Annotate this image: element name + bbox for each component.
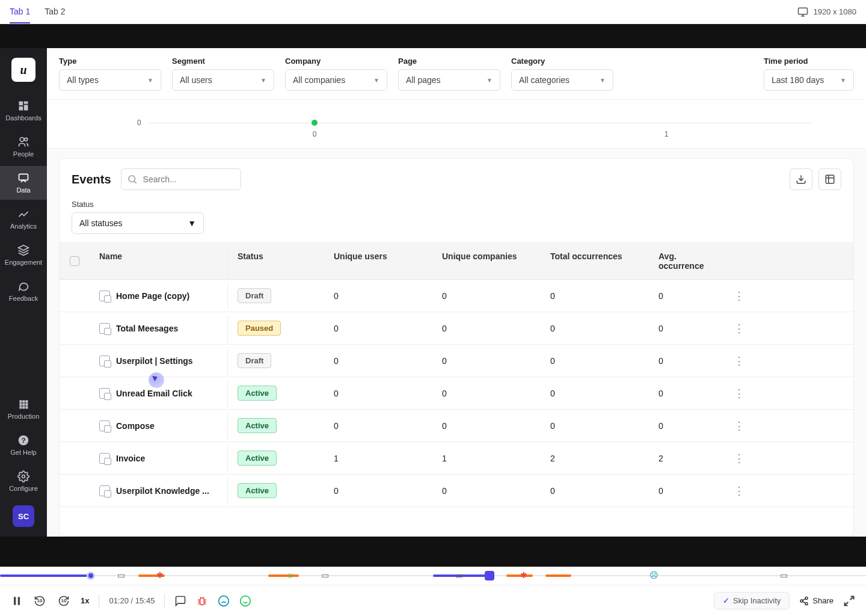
table-row[interactable]: Userpilot Knowledge ... Active 0 0 0 0 ⋮ [60, 475, 853, 507]
unique-companies-cell: 0 [432, 380, 541, 407]
happy-button[interactable] [239, 595, 251, 607]
col-total-occurrences[interactable]: Total occurrences [541, 243, 649, 279]
sidebar-item-engagement[interactable]: Engagement [0, 238, 47, 272]
status-badge: Paused [238, 321, 281, 336]
resolution-indicator: 1920 x 1080 [797, 7, 856, 17]
sidebar-item-data[interactable]: Data [0, 166, 47, 200]
fullscreen-button[interactable] [843, 595, 855, 607]
timeline-note-icon: ▭ [455, 570, 463, 580]
select-all-checkbox[interactable] [70, 256, 79, 266]
event-type-icon [99, 485, 110, 496]
sidebar-item-people[interactable]: People [0, 130, 47, 164]
filter-select-type[interactable]: All types▼ [59, 69, 161, 91]
pause-icon [11, 595, 23, 607]
chart-data-point [312, 120, 318, 126]
events-chart: 0 0 1 [47, 100, 866, 149]
unique-users-cell: 0 [324, 380, 432, 407]
sidebar-item-analytics[interactable]: Analytics [0, 202, 47, 236]
rewind-10-button[interactable]: 10 [32, 594, 47, 608]
row-menu-button[interactable]: ⋮ [734, 387, 745, 399]
session-timeline[interactable]: ▭ ✱ ☺ ▭ ▭ ✱ ☹ ▭ [0, 567, 866, 585]
col-avg-occurrence[interactable]: Avg. occurrence [649, 243, 721, 279]
unique-users-cell: 1 [324, 445, 432, 472]
sidebar-item-production[interactable]: Production [0, 392, 47, 426]
timeline-playhead-icon[interactable] [87, 571, 95, 580]
chevron-down-icon: ▼ [188, 218, 196, 228]
svg-text:?: ? [21, 436, 25, 444]
svg-rect-18 [22, 406, 25, 408]
filter-select-company[interactable]: All companies▼ [285, 69, 387, 91]
filter-select-segment[interactable]: All users▼ [172, 69, 274, 91]
status-badge: Draft [238, 288, 271, 303]
sidebar-item-gethelp[interactable]: ? Get Help [0, 428, 47, 462]
col-status[interactable]: Status [228, 243, 324, 279]
col-name[interactable]: Name [90, 243, 228, 279]
pause-button[interactable] [11, 595, 23, 607]
top-black-bar [0, 24, 866, 48]
unique-companies-cell: 0 [432, 283, 541, 309]
table-row[interactable]: Invoice Active 1 1 2 2 ⋮ [60, 442, 853, 475]
table-row[interactable]: Home Page (copy) Draft 0 0 0 0 ⋮ [60, 280, 853, 312]
row-menu-button[interactable]: ⋮ [734, 452, 745, 464]
columns-button[interactable] [818, 168, 841, 190]
timeline-note-icon: ▭ [117, 570, 125, 580]
player-controls: 10 10 1x 01:20 / 15:45 ✓ Skip Inactivity… [0, 585, 866, 616]
unique-users-cell: 0 [324, 413, 432, 439]
svg-rect-15 [22, 403, 25, 405]
row-menu-button[interactable]: ⋮ [734, 485, 745, 497]
sidebar-item-configure[interactable]: Configure [0, 464, 47, 498]
filter-select-timeperiod[interactable]: Last 180 days▼ [764, 69, 854, 91]
table-row[interactable]: Total Meesages Paused 0 0 0 0 ⋮ [60, 312, 853, 345]
tab-2[interactable]: Tab 2 [45, 1, 65, 23]
user-avatar[interactable]: SC [13, 505, 34, 527]
svg-point-32 [219, 596, 229, 606]
skip-inactivity-toggle[interactable]: ✓ Skip Inactivity [714, 592, 790, 609]
row-menu-button[interactable]: ⋮ [734, 290, 745, 302]
unique-users-cell: 0 [324, 348, 432, 374]
sidebar-item-feedback[interactable]: Feedback [0, 274, 47, 308]
svg-rect-31 [200, 598, 204, 605]
app-logo[interactable]: u [11, 58, 35, 82]
event-name: Unread Email Click [116, 389, 192, 398]
table-header: Name Status Unique users Unique companie… [60, 243, 853, 280]
sidebar-label: Data [16, 186, 30, 194]
chart-x-tick: 0 [313, 130, 317, 138]
filter-select-page[interactable]: All pages▼ [398, 69, 500, 91]
unique-companies-cell: 0 [432, 315, 541, 342]
table-row[interactable]: Userpilot | Settings Draft 0 0 0 0 ⋮ [60, 345, 853, 377]
svg-rect-14 [19, 403, 22, 405]
chevron-down-icon: ▼ [487, 77, 493, 84]
sidebar-item-dashboards[interactable]: Dashboards [0, 94, 47, 128]
filter-label-company: Company [285, 57, 387, 66]
row-menu-button[interactable]: ⋮ [734, 355, 745, 367]
errors-button[interactable] [196, 595, 208, 607]
filter-select-category[interactable]: All categories▼ [511, 69, 613, 91]
forward-10-button[interactable]: 10 [57, 594, 71, 608]
check-icon: ✓ [723, 596, 729, 605]
status-filter-select[interactable]: All statuses▼ [72, 212, 204, 234]
tab-1[interactable]: Tab 1 [10, 1, 30, 23]
row-menu-button[interactable]: ⋮ [734, 322, 745, 334]
timeline-smile-icon: ☺ [286, 570, 294, 580]
total-occurrences-cell: 0 [541, 315, 649, 342]
status-badge: Active [238, 451, 277, 466]
events-search-input[interactable] [121, 168, 241, 190]
chevron-down-icon: ▼ [600, 77, 606, 84]
row-menu-button[interactable]: ⋮ [734, 420, 745, 432]
table-row[interactable]: Compose Active 0 0 0 0 ⋮ [60, 410, 853, 442]
share-button[interactable]: Share [799, 596, 834, 606]
filter-label-page: Page [398, 57, 500, 66]
download-button[interactable] [790, 168, 812, 190]
col-unique-users[interactable]: Unique users [324, 243, 432, 279]
col-unique-companies[interactable]: Unique companies [432, 243, 541, 279]
notes-button[interactable] [174, 595, 186, 607]
frustration-button[interactable] [218, 595, 230, 607]
timeline-marker-icon [485, 571, 494, 581]
svg-point-39 [800, 600, 803, 602]
help-icon: ? [17, 434, 29, 446]
status-filter-label: Status [72, 200, 841, 209]
status-badge: Active [238, 386, 277, 401]
playback-speed[interactable]: 1x [81, 596, 89, 605]
table-row[interactable]: Unread Email Click Active 0 0 0 0 ⋮ [60, 377, 853, 410]
bottom-black-bar [0, 537, 866, 567]
